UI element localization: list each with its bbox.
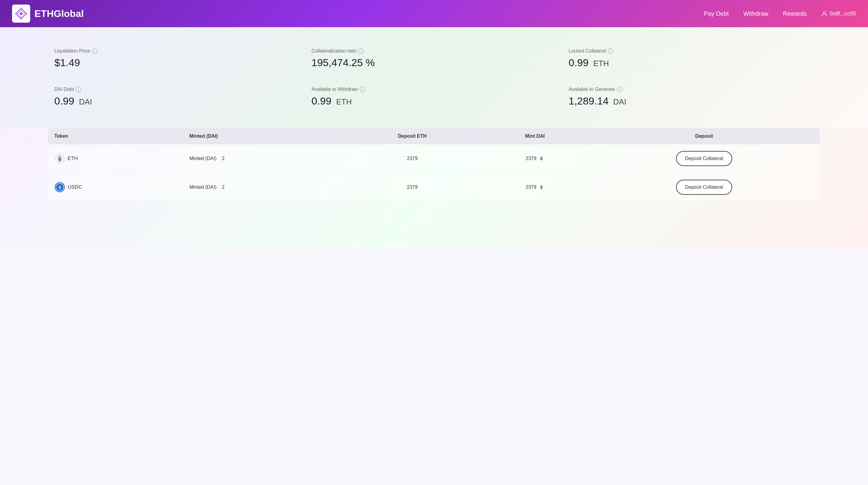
stat-locked-collateral-value: 0.99 ETH: [568, 57, 814, 68]
nav-rewards[interactable]: Rewards: [783, 10, 807, 17]
deposit-action-cell: Deposit Collateral: [589, 173, 820, 202]
col-header-minted: Minted (DAI): [183, 128, 343, 144]
stats-grid: Liquidation Price i $1.49 Collateralizat…: [48, 39, 820, 116]
col-header-token: Token: [48, 128, 183, 144]
stepper-up-icon: [540, 156, 543, 158]
stat-collateralization-ratio-label: Collateralization ratio i: [311, 48, 557, 54]
collateral-table: Token Minted (DAI) Deposit ETH Mint DAI …: [48, 128, 820, 202]
token-cell: $ USDC: [48, 173, 183, 202]
stat-locked-collateral: Locked Collateral i 0.99 ETH: [563, 39, 820, 78]
mint-dai-stepper[interactable]: [539, 155, 544, 162]
logo-container: ETHGlobal: [12, 4, 84, 23]
mint-dai-cell: 2379: [482, 144, 589, 173]
stat-liquidation-price-label: Liquidation Price i: [54, 48, 300, 54]
mint-dai-stepper[interactable]: [539, 184, 544, 191]
stat-available-withdraw-label: Available to Withdraw i: [311, 87, 557, 92]
info-icon-collat[interactable]: i: [358, 48, 364, 54]
stat-available-withdraw: Available to Withdraw i 0.99 ETH: [305, 78, 563, 116]
stepper-up-icon: [540, 185, 543, 187]
stat-available-generate: Available to Generate i 1,289.14 DAI: [563, 78, 820, 116]
info-icon-withdraw[interactable]: i: [360, 87, 365, 92]
col-header-deposit: Deposit: [589, 128, 820, 144]
stat-dai-debt-value: 0.99 DAI: [54, 95, 300, 107]
stat-available-generate-value: 1,289.14 DAI: [568, 95, 814, 107]
mint-dai-value: 2379: [526, 184, 537, 190]
info-icon-locked[interactable]: i: [608, 48, 613, 54]
info-icon-liquidation[interactable]: i: [92, 48, 97, 54]
logo-icon: [12, 4, 30, 23]
deposit-eth-cell: 2379: [343, 173, 481, 202]
stepper-down-icon: [540, 159, 543, 161]
deposit-eth-value: 2379: [407, 184, 418, 190]
wallet-icon: [821, 10, 828, 17]
table-header-row: Token Minted (DAI) Deposit ETH Mint DAI …: [48, 128, 820, 144]
stat-locked-collateral-label: Locked Collateral i: [568, 48, 814, 54]
stat-dai-debt-label: DAI Debt i: [54, 87, 300, 92]
minted-value: 2: [222, 156, 224, 161]
stat-collateralization-ratio: Collateralization ratio i 195,474.25 %: [305, 39, 563, 78]
nav-withdraw[interactable]: Withdraw: [743, 10, 768, 17]
minted-cell: Minted (DAI) 2: [183, 144, 343, 173]
stat-available-generate-label: Available to Generate i: [568, 87, 814, 92]
minted-value: 2: [222, 184, 224, 190]
col-header-deposit-eth: Deposit ETH: [343, 128, 481, 144]
minted-label: Minted (DAI): [189, 156, 216, 161]
deposit-eth-value: 2379: [407, 156, 418, 161]
token-name: USDC: [68, 184, 82, 190]
minted-cell: Minted (DAI) 2: [183, 173, 343, 202]
header: ETHGlobal Pay Debt Withdraw Rewards 0x8f…: [0, 0, 868, 27]
table-row: ETH Minted (DAI) 2 2379 2379 Deposit Col…: [48, 144, 820, 173]
stat-liquidation-price-value: $1.49: [54, 57, 300, 68]
mint-dai-value: 2379: [526, 156, 537, 161]
col-header-mint-dai: Mint DAI: [482, 128, 589, 144]
nav-pay-debt[interactable]: Pay Debt: [704, 10, 728, 17]
deposit-collateral-button[interactable]: Deposit Collateral: [676, 151, 732, 166]
mint-dai-cell: 2379: [482, 173, 589, 202]
deposit-eth-cell: 2379: [343, 144, 481, 173]
table-section: Token Minted (DAI) Deposit ETH Mint DAI …: [0, 128, 868, 249]
info-icon-dai-debt[interactable]: i: [76, 87, 81, 92]
navigation: Pay Debt Withdraw Rewards 0x8f...cc05: [704, 10, 856, 17]
eth-icon: [54, 153, 65, 164]
usdc-icon: $: [54, 182, 65, 193]
stepper-down-icon: [540, 188, 543, 189]
stat-available-withdraw-value: 0.99 ETH: [311, 95, 557, 107]
token-name: ETH: [68, 155, 78, 162]
stats-container: Liquidation Price i $1.49 Collateralizat…: [0, 27, 868, 128]
table-row: $ USDC Minted (DAI) 2 2379 2379 Deposit …: [48, 173, 820, 202]
stat-collateralization-ratio-value: 195,474.25 %: [311, 57, 557, 68]
deposit-collateral-button[interactable]: Deposit Collateral: [676, 180, 732, 195]
deposit-action-cell: Deposit Collateral: [589, 144, 820, 173]
stat-dai-debt: DAI Debt i 0.99 DAI: [48, 78, 305, 116]
info-icon-generate[interactable]: i: [617, 87, 622, 92]
token-cell: ETH: [48, 144, 183, 173]
wallet-address[interactable]: 0x8f...cc05: [821, 10, 856, 17]
svg-point-6: [823, 11, 826, 14]
logo-text: ETHGlobal: [34, 8, 84, 19]
svg-text:$: $: [59, 186, 61, 190]
minted-label: Minted (DAI): [189, 184, 216, 190]
stat-liquidation-price: Liquidation Price i $1.49: [48, 39, 305, 78]
